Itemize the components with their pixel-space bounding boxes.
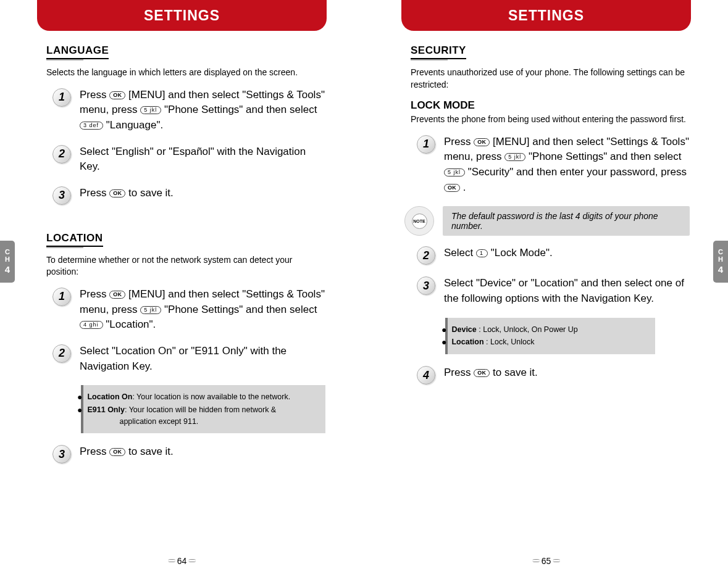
text: Press	[80, 187, 109, 199]
text: Press	[444, 367, 474, 378]
num-4-key-icon: 4 ghi	[80, 321, 103, 329]
info-label: E911 Only	[87, 405, 124, 414]
text: Press	[80, 89, 109, 101]
note-bar: NOTE The default password is the last 4 …	[404, 206, 690, 236]
step-text: Select 1 "Lock Mode".	[444, 246, 690, 261]
step-text: Press OK to save it.	[80, 444, 325, 460]
note-icon: NOTE	[404, 206, 434, 236]
chapter-tab-num: 4	[718, 265, 723, 275]
num-5-key-icon: 5 jkl	[140, 306, 161, 314]
info-text-cont: application except 911.	[87, 416, 276, 428]
step-badge: 2	[52, 145, 71, 164]
section-desc: To determine whether or not the network …	[46, 254, 325, 278]
step-text: Press OK to save it.	[80, 186, 325, 201]
page-header: SETTINGS	[401, 0, 691, 31]
ok-key-icon: OK	[109, 448, 125, 456]
num-5-key-icon: 5 jkl	[444, 168, 465, 176]
num-3-key-icon: 3 def	[80, 122, 103, 130]
section-heading-language: LANGUAGE	[46, 44, 109, 59]
page-header: SETTINGS	[37, 0, 327, 31]
section-desc: Prevents unauthorized use of your phone.…	[411, 67, 690, 91]
step-text: Select "Location On" or "E911 Only" with…	[80, 344, 325, 374]
content-area: SECURITY Prevents unauthorized use of yo…	[411, 44, 690, 396]
chapter-tab-ch: CH	[718, 248, 723, 263]
chapter-tab-num: 4	[5, 265, 10, 275]
text: .	[460, 181, 466, 193]
info-label: Location	[451, 338, 483, 346]
step-text: Press OK to save it.	[444, 365, 690, 381]
ok-key-icon: OK	[109, 189, 125, 197]
note-text: The default password is the last 4 digit…	[443, 206, 690, 236]
step-item: 3 Select "Device" or "Location" and then…	[417, 276, 690, 306]
text: Press	[80, 446, 109, 457]
step-badge: 3	[52, 186, 71, 205]
page-num-decor	[168, 559, 175, 562]
page-right: SETTINGS CH 4 SECURITY Prevents unauthor…	[364, 0, 728, 577]
step-item: 2 Select "English" or "Español" with the…	[52, 144, 325, 175]
heading-underline	[46, 247, 83, 248]
step-item: 2 Select "Location On" or "E911 Only" wi…	[52, 344, 325, 374]
step-badge: 1	[417, 135, 435, 154]
step-item: 3 Press OK to save it.	[52, 444, 325, 463]
step-item: 1 Press OK [MENU] and then select "Setti…	[417, 135, 690, 196]
text: "Location".	[103, 318, 156, 330]
step-badge: 3	[417, 276, 435, 295]
step-badge: 2	[417, 246, 435, 265]
text: to save it.	[125, 446, 173, 457]
step-badge: 1	[52, 88, 71, 107]
section-heading-security: SECURITY	[411, 44, 466, 59]
ok-key-icon: OK	[109, 91, 125, 99]
step-item: 2 Select 1 "Lock Mode".	[417, 246, 690, 265]
section-heading-wrap: LANGUAGE	[46, 44, 325, 60]
step-text: Press OK [MENU] and then select "Setting…	[80, 287, 325, 333]
info-text: : Lock, Unlock, On Power Up	[477, 325, 578, 334]
ok-key-icon: OK	[474, 369, 490, 377]
info-text: : Your location will be hidden from netw…	[125, 405, 276, 414]
step-item: 3 Press OK to save it.	[52, 186, 325, 205]
info-label: Location On	[87, 392, 132, 401]
info-label: Device	[451, 325, 476, 334]
heading-underline	[411, 59, 448, 60]
step-badge: 2	[52, 344, 71, 363]
bullet-icon: ●	[441, 324, 446, 336]
text: Press	[80, 288, 109, 300]
text: "Security" and then enter your password,…	[465, 166, 687, 178]
num-1-key-icon: 1	[476, 249, 488, 257]
step-badge: 1	[52, 288, 71, 306]
page-number: 64	[166, 556, 198, 566]
info-text: : Lock, Unlock	[484, 338, 535, 346]
info-row: ● Device : Lock, Unlock, On Power Up	[456, 324, 646, 336]
content-area: LANGUAGE Selects the language in which l…	[46, 44, 325, 475]
section-desc: Selects the language in which letters ar…	[46, 67, 325, 79]
ok-key-icon: OK	[444, 184, 460, 192]
text: "Lock Mode".	[488, 247, 553, 259]
page-left: SETTINGS CH 4 LANGUAGE Selects the langu…	[0, 0, 364, 577]
text: Press	[444, 136, 474, 147]
page-num-decor	[188, 559, 196, 562]
text: "Phone Settings" and then select	[161, 304, 317, 315]
text: "Phone Settings" and then select	[525, 151, 681, 162]
step-text: Press OK [MENU] and then select "Setting…	[444, 135, 690, 196]
step-item: 1 Press OK [MENU] and then select "Setti…	[52, 287, 325, 333]
text: to save it.	[125, 187, 173, 199]
page-num-decor	[532, 559, 540, 562]
step-badge: 4	[417, 366, 435, 384]
page-num-decor	[553, 559, 560, 562]
step-item: 4 Press OK to save it.	[417, 365, 690, 384]
num-5-key-icon: 5 jkl	[504, 153, 525, 161]
chapter-tab-ch: CH	[5, 248, 10, 263]
bullet-icon: ●	[77, 391, 82, 403]
info-box: ● Location On: Your location is now avai…	[81, 385, 325, 433]
ok-key-icon: OK	[109, 291, 125, 299]
chapter-tab: CH 4	[0, 241, 15, 283]
section-heading-location: LOCATION	[46, 232, 103, 247]
step-item: 1 Press OK [MENU] and then select "Setti…	[52, 88, 325, 133]
info-row: ● E911 Only: Your location will be hidde…	[92, 404, 317, 428]
page-num-value: 64	[177, 556, 187, 566]
ok-key-icon: OK	[474, 138, 490, 146]
info-row: ● Location : Lock, Unlock	[456, 336, 646, 348]
step-text: Press OK [MENU] and then select "Setting…	[80, 88, 325, 133]
bullet-icon: ●	[441, 336, 446, 348]
note-icon-label: NOTE	[412, 214, 427, 229]
chapter-tab: CH 4	[713, 241, 728, 283]
